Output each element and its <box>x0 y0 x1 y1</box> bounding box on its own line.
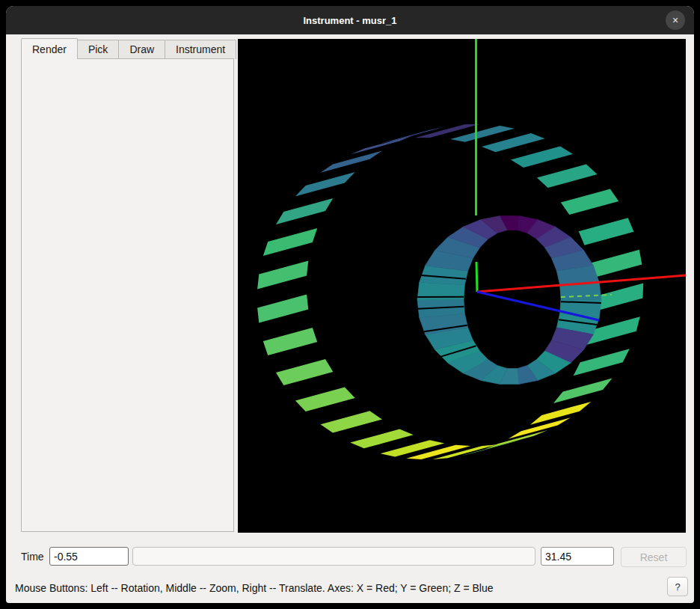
tab-draw[interactable]: Draw <box>118 40 165 59</box>
tab-instrument[interactable]: Instrument <box>165 40 236 59</box>
close-icon[interactable]: × <box>666 10 685 30</box>
window-title: Instrument - musr_1 <box>304 15 397 26</box>
tab-bar: Render Pick Draw Instrument <box>21 40 236 59</box>
instrument-window: Instrument - musr_1 × Render Pick Draw I… <box>6 6 694 603</box>
time-reset-button[interactable]: Reset <box>621 547 687 567</box>
tab-pick[interactable]: Pick <box>77 40 119 59</box>
help-button[interactable]: ? <box>667 577 688 596</box>
instrument-3d-view[interactable] <box>238 39 686 533</box>
screen: Instrument - musr_1 × Render Pick Draw I… <box>0 0 700 609</box>
tab-render[interactable]: Render <box>21 38 78 59</box>
render-tab-panel <box>21 58 234 532</box>
help-label: ? <box>675 581 680 593</box>
time-end-input[interactable]: 31.45 <box>541 547 614 566</box>
instrument-render <box>238 39 686 533</box>
time-label: Time <box>21 547 44 566</box>
time-start-input[interactable]: -0.55 <box>49 547 129 566</box>
titlebar[interactable]: Instrument - musr_1 × <box>6 6 694 34</box>
time-slider[interactable] <box>132 547 535 566</box>
status-text: Mouse Buttons: Left -- Rotation, Middle … <box>15 582 494 594</box>
time-reset-label: Reset <box>640 551 668 563</box>
